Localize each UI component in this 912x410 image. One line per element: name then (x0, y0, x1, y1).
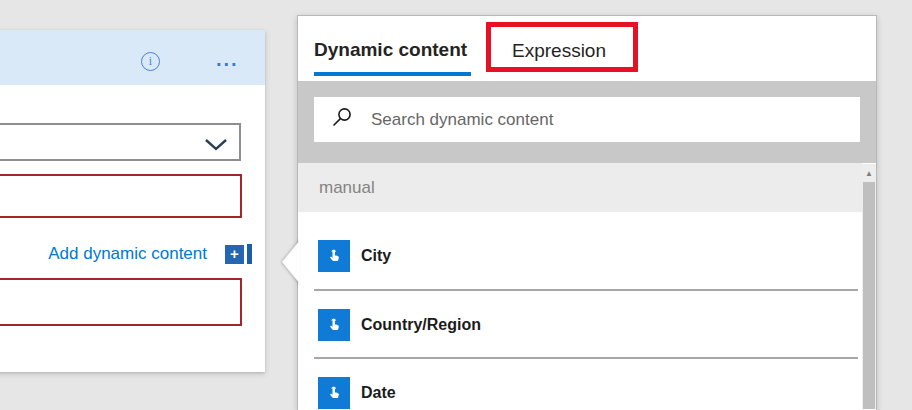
add-dynamic-content-link[interactable]: Add dynamic content (48, 244, 207, 264)
list-item-label: City (361, 247, 391, 265)
add-dynamic-content-row: Add dynamic content + (48, 243, 252, 265)
dropdown-field[interactable] (0, 123, 241, 161)
dynamic-content-list: manual City Country/Region (298, 163, 876, 410)
manual-trigger-icon (318, 309, 350, 341)
search-input[interactable] (371, 110, 811, 130)
plus-icon[interactable]: + (225, 245, 244, 264)
flyout-tabs: Dynamic content Expression (298, 16, 876, 81)
list-item-city[interactable]: City (298, 212, 862, 291)
action-card: i ... Add dynamic content + (0, 30, 265, 372)
text-cursor (247, 244, 252, 264)
group-header-manual: manual (298, 163, 862, 212)
action-card-header: i ... (0, 30, 265, 85)
screenshot-root: { "colors": { "accent_blue": "#0078d4", … (0, 0, 912, 410)
more-options-icon[interactable]: ... (216, 54, 242, 70)
group-name: manual (319, 178, 375, 198)
chevron-down-icon (205, 137, 227, 155)
flyout-beak (282, 240, 300, 284)
list-item-label: Date (361, 384, 396, 402)
search-section (298, 81, 876, 163)
text-input-error[interactable] (0, 174, 242, 218)
tab-expression[interactable]: Expression (512, 40, 606, 62)
scrollbar-thumb[interactable] (863, 182, 875, 409)
scroll-up-icon[interactable]: ▲ (862, 164, 876, 182)
active-tab-underline (314, 72, 471, 76)
list-item-label: Country/Region (361, 316, 481, 334)
manual-trigger-icon (318, 377, 350, 409)
list-item-date[interactable]: Date (298, 359, 862, 410)
dynamic-content-flyout: Dynamic content Expression manual (297, 15, 877, 410)
text-input-error-focused[interactable] (0, 278, 242, 326)
manual-trigger-icon (318, 240, 350, 272)
tab-dynamic-content[interactable]: Dynamic content (314, 39, 467, 61)
search-icon (330, 106, 353, 133)
scrollbar[interactable]: ▲ (862, 164, 876, 409)
search-box[interactable] (314, 97, 860, 142)
list-item-country-region[interactable]: Country/Region (298, 291, 862, 359)
info-icon[interactable]: i (141, 52, 160, 71)
